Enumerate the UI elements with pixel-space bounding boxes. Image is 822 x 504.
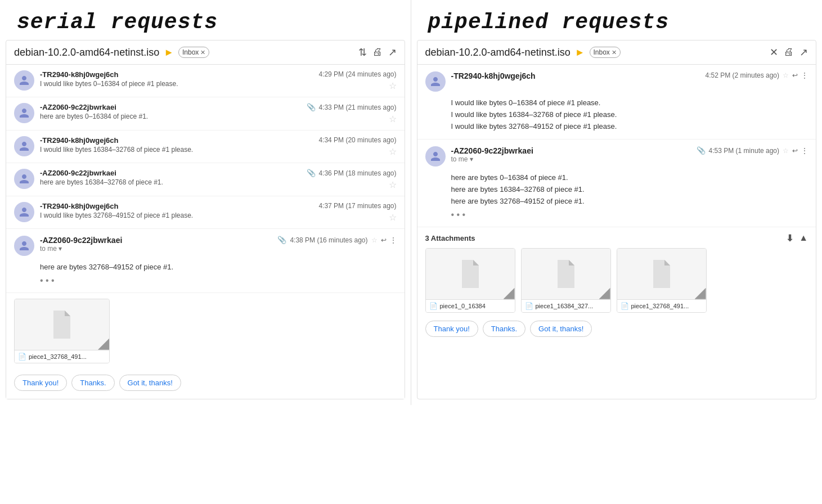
star-icon[interactable]: ☆ (389, 179, 397, 190)
email-meta: 4:34 PM (20 minutes ago) ☆ (307, 136, 397, 157)
ellipsis-button[interactable]: • • • (425, 210, 808, 220)
pipelined-quick-reply-thanks[interactable]: Thanks. (483, 321, 525, 337)
email-sender: -TR2940-k8hj0wgej6ch (40, 202, 301, 210)
expanded-meta: -AZ2060-9c22jbwrkaei to me ▾ (40, 236, 272, 253)
star-icon[interactable]: ☆ (389, 146, 397, 157)
expanded-body-p2: here are bytes 0–16384 of piece #1. here… (425, 172, 808, 207)
expanded-to: to me ▾ (451, 155, 691, 163)
expanded-header: -TR2940-k8hj0wgej6ch 4:52 PM (2 minutes … (425, 71, 808, 92)
pipelined-inbox-close-icon[interactable]: ✕ (612, 49, 617, 56)
attachment-card[interactable]: 📄 piece1_16384_327... (521, 248, 611, 313)
serial-quick-reply-thanks[interactable]: Thanks. (71, 375, 114, 391)
file-icon: 📄 (429, 302, 438, 310)
avatar (14, 103, 34, 123)
email-sender: -TR2940-k8hj0wgej6ch (40, 136, 301, 145)
serial-subject-text: debian-10.2.0-amd64-netinst.iso (14, 47, 159, 58)
serial-inbox-tag[interactable]: Inbox ✕ (178, 47, 209, 58)
pipelined-close-icon[interactable]: ✕ (770, 46, 778, 58)
attachment-footer: 📄 piece1_32768_491... (617, 299, 706, 312)
pipelined-subject-bar: debian-10.2.0-amd64-netinst.iso ► Inbox … (417, 40, 816, 65)
reply-icon[interactable]: ↩ (792, 71, 798, 79)
email-time: 4:36 PM (18 minutes ago) (318, 169, 396, 177)
attachment-footer: 📄 piece1_32768_491... (15, 350, 109, 363)
pipelined-quick-reply-bar: Thank you! Thanks. Got it, thanks! (417, 315, 816, 345)
attachment-preview (617, 249, 706, 299)
paperclip-icon: 📎 (277, 236, 286, 244)
reply-icon[interactable]: ↩ (381, 236, 387, 244)
email-content: -AZ2060-9c22jbwrkaei here are bytes 1638… (40, 169, 301, 186)
attachment-corner (98, 339, 109, 350)
file-icon: 📄 (18, 353, 26, 361)
star-icon[interactable]: ☆ (371, 236, 378, 244)
pipelined-quick-reply-gotit[interactable]: Got it, thanks! (530, 321, 592, 337)
attachment-name: piece1_0_16384 (440, 303, 511, 309)
download-all-icon[interactable]: ⬇ (786, 233, 793, 244)
more-icon[interactable]: ⋮ (801, 147, 808, 155)
expanded-body: here are bytes 32768–49152 of piece #1. (14, 262, 397, 273)
pipelined-email-1: -TR2940-k8hj0wgej6ch 4:52 PM (2 minutes … (417, 65, 816, 140)
pipelined-email-2: -AZ2060-9c22jbwrkaei to me ▾ 📎 4:53 PM (… (417, 140, 816, 227)
star-icon[interactable]: ☆ (389, 212, 397, 223)
attachment-card[interactable]: 📄 piece1_0_16384 (425, 248, 515, 313)
reply-icon[interactable]: ↩ (792, 147, 798, 155)
serial-external-icon[interactable]: ↗ (388, 46, 397, 58)
email-row[interactable]: -AZ2060-9c22jbwrkaei here are bytes 1638… (6, 163, 405, 196)
email-sender: -AZ2060-9c22jbwrkaei (40, 103, 301, 111)
email-row[interactable]: -TR2940-k8hj0wgej6ch I would like bytes … (6, 196, 405, 229)
email-content: -TR2940-k8hj0wgej6ch I would like bytes … (40, 202, 301, 219)
serial-quick-reply-thankyou[interactable]: Thank you! (14, 375, 67, 391)
serial-inbox-close-icon[interactable]: ✕ (200, 49, 205, 56)
serial-email-window: debian-10.2.0-amd64-netinst.iso ► Inbox … (6, 40, 405, 399)
drive-save-icon[interactable]: ▲ (799, 233, 808, 244)
pipelined-inbox-tag[interactable]: Inbox ✕ (590, 47, 621, 58)
avatar (14, 136, 34, 156)
star-icon[interactable]: ☆ (783, 147, 789, 155)
star-icon[interactable]: ☆ (389, 80, 397, 91)
expanded-body-p1: I would like bytes 0–16384 of piece #1 p… (425, 97, 808, 132)
serial-email-list: -TR2940-k8hj0wgej6ch I would like bytes … (6, 65, 405, 399)
email-row[interactable]: -TR2940-k8hj0wgej6ch I would like bytes … (6, 130, 405, 163)
serial-print-icon[interactable]: 🖨 (372, 46, 383, 58)
pipelined-quick-reply-thankyou[interactable]: Thank you! (425, 321, 478, 337)
attachment-preview (15, 299, 109, 350)
pipelined-print-icon[interactable]: 🖨 (784, 46, 794, 58)
email-row[interactable]: -AZ2060-9c22jbwrkaei here are bytes 0–16… (6, 97, 405, 130)
star-icon[interactable]: ☆ (783, 71, 789, 79)
avatar (14, 202, 34, 222)
attachment-card[interactable]: 📄 piece1_32768_491... (617, 248, 707, 313)
more-icon[interactable]: ⋮ (801, 71, 808, 79)
attachment-card[interactable]: 📄 piece1_32768_491... (14, 299, 110, 363)
email-time: 4:53 PM (1 minute ago) (709, 147, 779, 155)
pipelined-attachments-section: 3 Attachments ⬇ ▲ (417, 227, 816, 315)
more-icon[interactable]: ⋮ (390, 236, 397, 244)
attachment-footer: 📄 piece1_16384_327... (522, 299, 610, 312)
paperclip-icon: 📎 (307, 169, 316, 177)
serial-section: serial requests debian-10.2.0-amd64-neti… (0, 0, 411, 405)
pipelined-external-icon[interactable]: ↗ (799, 46, 808, 58)
email-sender: -TR2940-k8hj0wgej6ch (40, 70, 301, 79)
ellipsis-button[interactable]: • • • (14, 276, 397, 286)
avatar (425, 146, 446, 166)
pipelined-subject-text: debian-10.2.0-amd64-netinst.iso (425, 47, 571, 58)
email-row[interactable]: -TR2940-k8hj0wgej6ch I would like bytes … (6, 65, 405, 97)
avatar (14, 236, 34, 256)
pipelined-subject-icons: ✕ 🖨 ↗ (770, 46, 808, 58)
paperclip-icon: 📎 (307, 103, 316, 111)
avatar (425, 71, 446, 92)
serial-quick-reply-bar: Thank you! Thanks. Got it, thanks! (6, 369, 405, 399)
pipelined-section: pipelined requests debian-10.2.0-amd64-n… (411, 0, 823, 405)
star-icon[interactable]: ☆ (389, 114, 397, 124)
email-body-preview: I would like bytes 16384–32768 of piece … (40, 146, 301, 154)
serial-quick-reply-gotit[interactable]: Got it, thanks! (119, 375, 181, 391)
serial-inbox-label: Inbox (182, 48, 199, 56)
paperclip-icon: 📎 (697, 146, 706, 155)
attachment-footer: 📄 piece1_0_16384 (426, 299, 515, 312)
pipelined-inbox-label: Inbox (594, 48, 610, 56)
email-time: 4:52 PM (2 minutes ago) (706, 71, 779, 79)
expanded-meta: -AZ2060-9c22jbwrkaei to me ▾ (451, 146, 691, 163)
serial-subject-star-icon: ► (164, 47, 174, 58)
email-meta: 📎 4:33 PM (21 minutes ago) ☆ (307, 103, 397, 124)
email-time: 4:29 PM (24 minutes ago) (318, 70, 396, 78)
serial-up-down-icon[interactable]: ⇅ (358, 46, 367, 58)
expanded-time-area: 4:52 PM (2 minutes ago) ☆ ↩ ⋮ (706, 71, 808, 79)
